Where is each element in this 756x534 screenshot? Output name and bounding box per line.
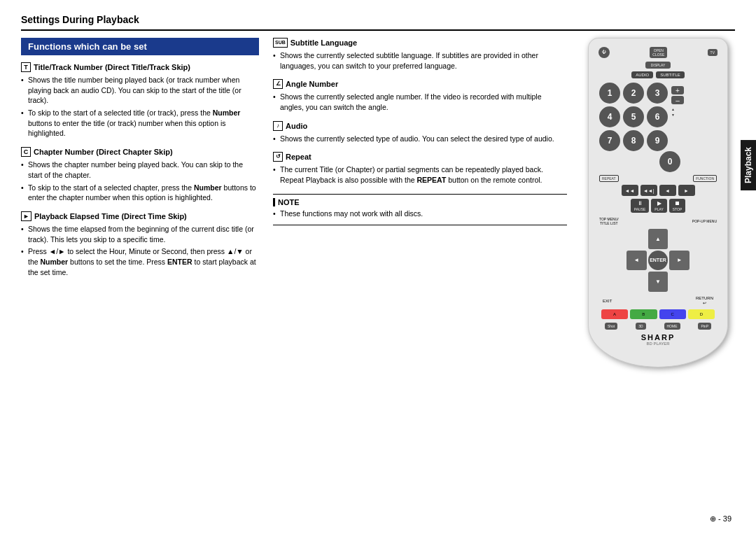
play-button[interactable]: ▶ PLAY [651, 199, 666, 213]
section-title-elapsed: ► Playback Elapsed Time (Direct Time Ski… [21, 211, 259, 221]
dpad-down-button[interactable]: ▼ [648, 272, 668, 292]
subtitle-heading: Subtitle Language [290, 38, 357, 47]
section-title-track: T Title/Track Number (Direct Title/Track… [21, 62, 259, 139]
section-audio: ♪ Audio Shows the currently selected typ… [273, 121, 567, 144]
top-divider [21, 29, 735, 31]
return-button[interactable]: RETURN↩ [696, 296, 713, 305]
right-column: SUB Subtitle Language Shows the currentl… [273, 38, 567, 520]
home-button[interactable]: HOME [664, 323, 680, 330]
audio-bullets: Shows the currently selected type of aud… [273, 134, 567, 144]
plus-minus-group: + – ▲ ▼ [671, 86, 684, 117]
zero-row: 0 [596, 151, 720, 172]
note-bullets: These functions may not work with all di… [273, 209, 567, 219]
dpad-area: ▲ ◄ ENTER ► ▼ [596, 229, 720, 292]
repeat-button[interactable]: REPEAT [599, 175, 619, 182]
plus-button[interactable]: + [671, 86, 684, 94]
skip-prev-button[interactable]: ◄◄ [622, 185, 638, 196]
num-8-button[interactable]: 8 [623, 130, 644, 151]
color-b-button[interactable]: B [630, 309, 657, 319]
bullet-item: To skip to the start of a selected title… [21, 108, 259, 139]
section-title-subtitle: SUB Subtitle Language [273, 38, 567, 48]
color-buttons-row: A B C D [596, 309, 720, 319]
section-title-angle: ∠ Angle Number [273, 79, 567, 89]
num-1-button[interactable]: 1 [599, 83, 620, 104]
pinp-button[interactable]: PinP [698, 323, 711, 330]
title-track-bullets: Shows the title number being played back… [21, 75, 259, 139]
section-title-chapter: C Chapter Number (Direct Chapter Skip) [21, 147, 259, 157]
rev-button[interactable]: ◄ [659, 185, 676, 196]
shot-button[interactable]: Shot [605, 323, 617, 330]
color-a-button[interactable]: A [601, 309, 628, 319]
dpad-empty-bl [626, 272, 647, 292]
audio-button[interactable]: AUDIO [631, 71, 653, 78]
angle-icon: ∠ [273, 79, 283, 89]
bullet-item: Shows the title number being played back… [21, 75, 259, 106]
left-column: Functions which can be set T Title/Track… [21, 38, 259, 520]
section-angle: ∠ Angle Number Shows the currently selec… [273, 79, 567, 112]
section-elapsed: ► Playback Elapsed Time (Direct Time Ski… [21, 211, 259, 277]
display-button[interactable]: DISPLAY [645, 62, 671, 69]
dpad-right-button[interactable]: ► [669, 251, 690, 271]
num-5-button[interactable]: 5 [623, 106, 644, 127]
transport-row-1: ◄◄ ◄◄| ◄ ► [596, 185, 720, 196]
color-d-button[interactable]: D [688, 309, 715, 319]
skip-next-button[interactable]: ◄◄| [640, 185, 657, 196]
main-layout: Functions which can be set T Title/Track… [21, 38, 735, 520]
bullet-item: Shows the time elapsed from the beginnin… [21, 224, 259, 244]
section-chapter: C Chapter Number (Direct Chapter Skip) S… [21, 147, 259, 203]
section-title-title-track: T Title/Track Number (Direct Title/Track… [21, 62, 259, 72]
repeat-bullets: The current Title (or Chapter) or partia… [273, 164, 567, 185]
fwd-button[interactable]: ► [678, 185, 695, 196]
chapter-icon: C [21, 147, 31, 157]
num-0-button[interactable]: 0 [659, 151, 680, 172]
num-3-button[interactable]: 3 [647, 83, 668, 104]
elapsed-icon: ► [21, 211, 31, 221]
dpad-empty-br [669, 272, 690, 292]
top-menu-button[interactable]: TOP MENU/TITLE LIST [599, 217, 619, 225]
elapsed-heading: Playback Elapsed Time (Direct Time Skip) [34, 212, 187, 220]
bullet-item: Shows the currently selected angle numbe… [273, 92, 567, 112]
bd-player-label: BD PLAYER [596, 342, 720, 346]
enter-button[interactable]: ENTER [648, 251, 668, 271]
bullet-item: Shows the chapter number being played ba… [21, 160, 259, 180]
side-tab: Playback [741, 140, 756, 190]
subtitle-bullets: Shows the currently selected subtitle la… [273, 50, 567, 71]
arrow-down-indicator: ▼ [671, 113, 684, 117]
open-close-button[interactable]: OPENCLOSE [650, 47, 667, 58]
dpad-empty-tr [669, 229, 690, 249]
function-button[interactable]: FUNCTION [693, 175, 717, 182]
bullet-item: Shows the currently selected subtitle la… [273, 50, 567, 71]
num-2-button[interactable]: 2 [623, 83, 644, 104]
tv-button[interactable]: TV [708, 49, 718, 56]
elapsed-bullets: Shows the time elapsed from the beginnin… [21, 224, 259, 277]
minus-button[interactable]: – [671, 96, 684, 104]
bullet-item: Press ◄/► to select the Hour, Minute or … [21, 246, 259, 277]
sharp-logo: SHARP [596, 333, 720, 342]
repeat-heading: Repeat [286, 153, 312, 161]
subtitle-button[interactable]: SUBTITLE [656, 71, 685, 78]
num-4-button[interactable]: 4 [599, 106, 620, 127]
note-title: NOTE [273, 198, 567, 206]
color-c-button[interactable]: C [659, 309, 686, 319]
note-bullet-item: These functions may not work with all di… [273, 209, 567, 219]
pause-button[interactable]: ⏸ PAUSE [631, 199, 650, 213]
arrow-up-indicator: ▲ [671, 107, 684, 111]
exit-button[interactable]: EXIT [603, 296, 612, 305]
numpad-container: 1 2 3 4 5 6 7 8 9 + – ▲ ▼ [596, 83, 720, 151]
numpad-grid: 1 2 3 4 5 6 7 8 9 [599, 83, 668, 151]
3d-button[interactable]: 3D [636, 323, 645, 330]
page-title: Settings During Playback [21, 14, 735, 25]
bottom-function-buttons: Shot 3D HOME PinP [596, 323, 720, 330]
num-9-button[interactable]: 9 [647, 130, 668, 151]
num-7-button[interactable]: 7 [599, 130, 620, 151]
dpad: ▲ ◄ ENTER ► ▼ [626, 229, 690, 292]
title-track-icon: T [21, 62, 31, 72]
dpad-left-button[interactable]: ◄ [626, 251, 647, 271]
dpad-up-button[interactable]: ▲ [648, 229, 668, 249]
subtitle-icon: SUB [273, 38, 288, 48]
popup-menu-button[interactable]: POP-UP MENU [692, 217, 717, 225]
power-button[interactable]: ⏻ [598, 47, 610, 58]
num-6-button[interactable]: 6 [647, 106, 668, 127]
remote-container: ⏻ OPENCLOSE TV DISPLAY AUDIO SUBTITLE 1 [581, 38, 735, 520]
stop-button[interactable]: ⏹ STOP [669, 199, 686, 213]
